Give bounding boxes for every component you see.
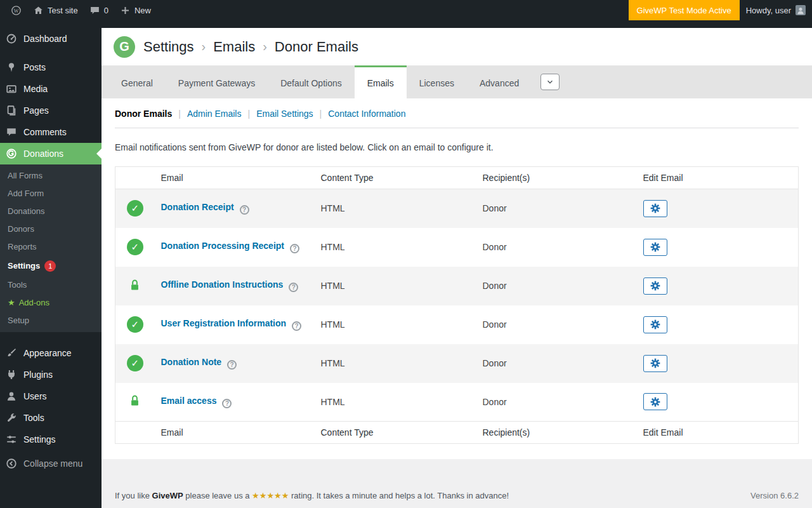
edit-email-button[interactable] xyxy=(643,239,667,256)
sidebar-item-users[interactable]: Users xyxy=(0,385,102,407)
sidebar-item-label: Pages xyxy=(23,105,49,116)
collapse-menu-button[interactable]: Collapse menu xyxy=(0,453,102,474)
sidebar-item-appearance[interactable]: Appearance xyxy=(0,342,102,364)
tab-general[interactable]: General xyxy=(108,65,166,98)
recipients-cell: Donor xyxy=(476,305,637,344)
sidebar-item-label: Dashboard xyxy=(23,34,67,44)
email-enabled-icon[interactable]: ✓ xyxy=(127,355,143,371)
sidebar-item-label: Plugins xyxy=(23,370,53,380)
sidebar-item-comments[interactable]: Comments xyxy=(0,121,102,143)
table-row: ✓ Donation Processing Receipt? HTML Dono… xyxy=(115,228,799,267)
subnav-admin-emails[interactable]: Admin Emails xyxy=(187,109,242,119)
pages-icon xyxy=(5,105,18,116)
sidebar-subitem-add-form[interactable]: Add Form xyxy=(0,185,102,203)
table-row: ✓ Donation Note? HTML Donor xyxy=(115,344,799,383)
plug-icon xyxy=(5,369,18,380)
brush-icon xyxy=(5,347,18,359)
help-icon[interactable]: ? xyxy=(292,321,301,331)
account-menu[interactable]: Howdy, user xyxy=(740,0,812,20)
subnav-email-settings[interactable]: Email Settings xyxy=(256,109,313,119)
email-name-link[interactable]: Email access xyxy=(161,396,217,406)
edit-email-button[interactable] xyxy=(643,200,667,217)
home-icon xyxy=(33,5,44,16)
sidebar-item-label: Media xyxy=(23,84,48,94)
sidebar-subitem-setup[interactable]: Setup xyxy=(0,312,102,330)
email-name-link[interactable]: Offline Donation Instructions xyxy=(161,279,284,290)
rating-request: If you like GiveWP please leave us a ★★★… xyxy=(115,491,509,500)
sidebar-subitem-donations[interactable]: Donations xyxy=(0,203,102,220)
edit-email-column-footer: Edit Email xyxy=(637,422,799,444)
email-name-link[interactable]: User Registration Information xyxy=(161,318,287,328)
help-icon[interactable]: ? xyxy=(240,205,249,215)
help-icon[interactable]: ? xyxy=(222,399,232,408)
sidebar-item-label: Appearance xyxy=(23,348,72,358)
email-column-footer: Email xyxy=(155,422,315,444)
email-section-subnav: Donor Emails | Admin Emails | Email Sett… xyxy=(115,109,799,119)
gear-icon xyxy=(650,358,660,368)
sidebar-item-dashboard[interactable]: Dashboard xyxy=(0,28,102,50)
email-name-link[interactable]: Donation Note xyxy=(161,357,222,367)
donor-emails-table: Email Content Type Recipient(s) Edit Ema… xyxy=(115,166,799,444)
greeting-label: Howdy, user xyxy=(746,6,791,15)
breadcrumb-separator: › xyxy=(202,39,206,54)
sidebar-item-pages[interactable]: Pages xyxy=(0,100,102,121)
comments-indicator[interactable]: 0 xyxy=(84,0,114,20)
edit-email-button[interactable] xyxy=(643,393,667,410)
admin-bar: Test site 0 New GiveWP Test Mode Active … xyxy=(0,0,812,20)
tab-licenses[interactable]: Licenses xyxy=(407,65,467,98)
edit-email-button[interactable] xyxy=(643,355,667,372)
subnav-donor-emails[interactable]: Donor Emails xyxy=(115,109,172,119)
breadcrumb-settings-link[interactable]: Settings xyxy=(143,39,194,55)
content-type-cell: HTML xyxy=(315,383,476,422)
subnav-contact-information[interactable]: Contact Information xyxy=(328,109,405,119)
email-enabled-icon[interactable]: ✓ xyxy=(127,200,143,217)
edit-email-button[interactable] xyxy=(643,277,667,295)
sidebar-item-settings[interactable]: Settings xyxy=(0,429,102,450)
sidebar-item-tools[interactable]: Tools xyxy=(0,407,102,429)
sidebar-item-label: Comments xyxy=(23,127,67,137)
sidebar-item-plugins[interactable]: Plugins xyxy=(0,364,102,385)
version-label: Version 6.6.2 xyxy=(750,491,799,500)
sidebar-item-media[interactable]: Media xyxy=(0,78,102,100)
sidebar-item-posts[interactable]: Posts xyxy=(0,57,102,78)
sidebar-item-donations[interactable]: Donations xyxy=(0,143,102,164)
status-column-footer xyxy=(115,422,155,444)
sidebar-subitem-addons[interactable]: ★ Add-ons xyxy=(0,294,102,312)
five-stars-rating-link[interactable]: ★★★★★ xyxy=(252,491,289,500)
site-name-link[interactable]: Test site xyxy=(27,0,84,20)
breadcrumb-separator: › xyxy=(263,39,267,54)
email-name-link[interactable]: Donation Processing Receipt xyxy=(161,241,284,251)
new-label: New xyxy=(134,6,151,15)
tab-advanced[interactable]: Advanced xyxy=(467,65,532,98)
sidebar-subitem-donors[interactable]: Donors xyxy=(0,220,102,238)
sliders-icon xyxy=(5,434,18,445)
sidebar-subitem-tools[interactable]: Tools xyxy=(0,276,102,294)
help-icon[interactable]: ? xyxy=(290,244,299,253)
help-icon[interactable]: ? xyxy=(227,360,237,370)
header-top-strip xyxy=(102,20,812,28)
tab-emails[interactable]: Emails xyxy=(355,65,407,98)
media-icon xyxy=(5,83,18,95)
sidebar-subitem-settings[interactable]: Settings 1 xyxy=(0,256,102,276)
email-name-link[interactable]: Donation Receipt xyxy=(161,202,234,212)
more-tabs-dropdown[interactable] xyxy=(540,74,560,90)
gear-icon xyxy=(650,242,660,252)
sidebar-subitem-reports[interactable]: Reports xyxy=(0,238,102,256)
edit-email-button[interactable] xyxy=(643,316,667,333)
comments-icon xyxy=(5,126,18,138)
wordpress-logo-icon[interactable] xyxy=(5,0,27,20)
new-content-button[interactable]: New xyxy=(114,0,157,20)
tab-payment-gateways[interactable]: Payment Gateways xyxy=(166,65,268,98)
plus-icon xyxy=(120,5,131,16)
sidebar-item-label: Posts xyxy=(23,62,46,72)
breadcrumb-emails-link[interactable]: Emails xyxy=(213,39,255,55)
email-enabled-icon[interactable]: ✓ xyxy=(127,239,143,255)
sidebar-subitem-all-forms[interactable]: All Forms xyxy=(0,167,102,185)
tab-default-options[interactable]: Default Options xyxy=(268,65,355,98)
content-type-column-header: Content Type xyxy=(315,167,476,189)
admin-bar-left: Test site 0 New xyxy=(0,0,157,20)
content-type-cell: HTML xyxy=(315,189,476,228)
admin-footer: If you like GiveWP please leave us a ★★★… xyxy=(102,459,812,500)
email-enabled-icon[interactable]: ✓ xyxy=(127,316,143,333)
help-icon[interactable]: ? xyxy=(289,283,298,292)
